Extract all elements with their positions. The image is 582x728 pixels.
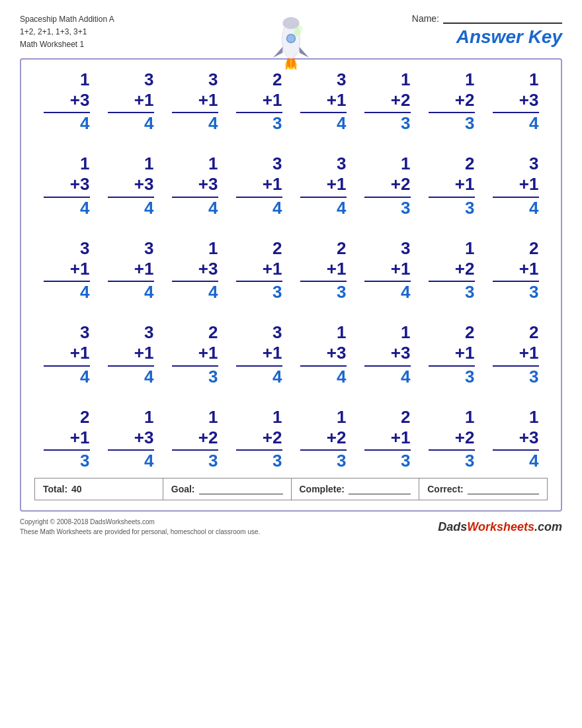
top-num-0-5: 1	[401, 69, 410, 90]
answer-3-0: 4	[80, 367, 89, 387]
problem-row-2: 3+143+141+342+132+133+141+232+13	[34, 238, 548, 303]
complete-cell: Complete:	[292, 478, 420, 500]
top-num-0-0: 1	[80, 69, 89, 90]
copyright: Copyright © 2008-2018 DadsWorksheets.com…	[20, 517, 562, 537]
problem-3-7: 2+13	[493, 322, 539, 387]
answer-3-1: 4	[144, 367, 153, 387]
addend-1-7: +1	[493, 174, 539, 197]
svg-point-6	[288, 35, 295, 42]
problem-3-6: 2+13	[429, 322, 475, 387]
top-num-4-7: 1	[529, 407, 538, 428]
footer-stats: Total: 40 Goal: Complete: Correct:	[34, 478, 548, 500]
addend-2-3: +1	[236, 259, 282, 282]
top-num-0-7: 1	[529, 69, 538, 90]
answer-4-5: 3	[401, 451, 410, 471]
top-num-0-3: 2	[272, 69, 282, 90]
addend-3-0: +1	[44, 343, 90, 366]
addend-0-3: +1	[236, 90, 282, 113]
addend-2-4: +1	[300, 259, 347, 282]
addend-0-7: +3	[493, 90, 539, 113]
title-line3: Math Worksheet 1	[20, 38, 114, 51]
addend-0-2: +1	[172, 90, 218, 113]
top-num-1-7: 3	[529, 154, 538, 174]
top-num-2-3: 2	[272, 238, 282, 259]
top-num-0-4: 3	[337, 69, 346, 90]
problem-3-5: 1+34	[364, 322, 411, 387]
total-value: 40	[71, 484, 82, 494]
answer-1-3: 4	[272, 198, 282, 218]
problem-4-2: 1+23	[172, 407, 218, 472]
goal-cell: Goal:	[163, 478, 292, 500]
addend-2-6: +2	[429, 259, 475, 282]
answer-1-1: 4	[144, 198, 153, 218]
addend-1-2: +3	[172, 174, 218, 197]
problem-0-0: 1+34	[44, 69, 90, 134]
rocket-area	[265, 10, 317, 72]
top-num-0-2: 3	[208, 69, 218, 90]
title-line1: Spaceship Math Addition A	[20, 13, 114, 26]
header-right: Name: Answer Key	[412, 13, 562, 48]
addend-1-3: +1	[236, 174, 282, 197]
addend-3-4: +3	[300, 343, 347, 366]
answer-1-6: 3	[465, 198, 474, 218]
name-underline	[443, 13, 562, 24]
answer-2-7: 3	[529, 282, 538, 302]
top-num-4-1: 1	[144, 407, 153, 428]
top-num-4-3: 1	[272, 407, 282, 428]
answer-3-4: 4	[337, 367, 346, 387]
answer-3-6: 3	[465, 367, 474, 387]
answer-4-3: 3	[272, 451, 282, 471]
top-num-2-0: 3	[80, 238, 89, 259]
worksheet-box: 1+343+143+142+133+141+231+231+341+341+34…	[20, 58, 562, 512]
problem-1-2: 1+34	[172, 154, 218, 218]
copyright-line1: Copyright © 2008-2018 DadsWorksheets.com	[20, 517, 260, 527]
answer-key-label: Answer Key	[456, 26, 562, 48]
top-num-1-4: 3	[337, 154, 346, 174]
addend-2-0: +1	[44, 259, 90, 282]
answer-2-0: 4	[80, 282, 89, 302]
addend-1-4: +1	[300, 174, 347, 197]
addend-0-0: +3	[44, 90, 90, 113]
top-num-3-3: 3	[272, 322, 282, 343]
top-num-2-4: 2	[337, 238, 346, 259]
answer-3-2: 3	[208, 367, 218, 387]
top-num-2-1: 3	[144, 238, 153, 259]
problem-0-6: 1+23	[429, 69, 475, 134]
addend-4-1: +3	[108, 428, 154, 451]
problem-2-6: 1+23	[429, 238, 475, 303]
problem-1-0: 1+34	[44, 154, 90, 218]
total-label: Total:	[43, 484, 67, 494]
problem-row-3: 3+143+142+133+141+341+342+132+13	[34, 322, 548, 387]
brand-com: .com	[534, 520, 562, 533]
top-num-4-6: 1	[465, 407, 474, 428]
correct-line	[468, 484, 539, 494]
answer-2-1: 4	[144, 282, 153, 302]
problem-3-1: 3+14	[108, 322, 154, 387]
top-num-3-0: 3	[80, 322, 89, 343]
title-line2: 1+2, 2+1, 1+3, 3+1	[20, 26, 114, 38]
name-line: Name:	[412, 13, 562, 24]
addend-3-1: +1	[108, 343, 154, 366]
answer-0-1: 4	[144, 113, 153, 134]
answer-0-2: 4	[208, 113, 218, 134]
problem-1-5: 1+23	[364, 154, 411, 218]
problem-0-2: 3+14	[172, 69, 218, 134]
top-num-3-6: 2	[465, 322, 474, 343]
problem-row-1: 1+341+341+343+143+141+232+133+14	[34, 154, 548, 218]
addend-4-7: +3	[493, 428, 539, 451]
addend-1-5: +2	[364, 174, 411, 197]
top-num-2-5: 3	[401, 238, 410, 259]
addend-2-2: +3	[172, 259, 218, 282]
copyright-text: Copyright © 2008-2018 DadsWorksheets.com…	[20, 517, 260, 537]
addend-2-5: +1	[364, 259, 411, 282]
name-label: Name:	[412, 13, 439, 24]
problem-0-3: 2+13	[236, 69, 282, 134]
problem-2-0: 3+14	[44, 238, 90, 303]
answer-0-4: 4	[337, 113, 346, 134]
answer-3-7: 3	[529, 367, 538, 387]
answer-2-2: 4	[208, 282, 218, 302]
problem-2-5: 3+14	[364, 238, 411, 303]
answer-3-3: 4	[272, 367, 282, 387]
addend-4-3: +2	[236, 428, 282, 451]
problem-0-7: 1+34	[493, 69, 539, 134]
